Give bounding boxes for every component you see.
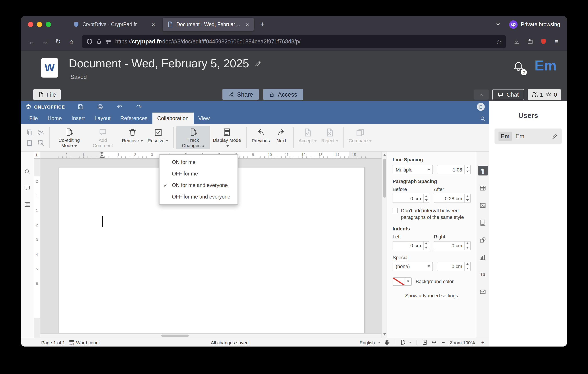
shape-settings-tab[interactable]	[478, 235, 488, 245]
notifications-button[interactable]: 2	[513, 61, 525, 74]
right-indent-spinner[interactable]: 0 cm	[434, 241, 471, 250]
spinner-up[interactable]	[424, 241, 429, 246]
chat-button[interactable]: Chat	[492, 89, 524, 100]
spinner-down[interactable]	[424, 198, 429, 203]
spinner-up[interactable]	[465, 194, 470, 198]
lock-icon[interactable]	[96, 39, 102, 44]
menu-item-on-for-me[interactable]: ON for me	[159, 156, 238, 168]
redo-button[interactable]: ↷	[135, 103, 143, 110]
previous-change-button[interactable]: Previous	[250, 126, 272, 149]
reject-button[interactable]: Reject	[319, 126, 341, 149]
menu-item-on-for-everyone[interactable]: ✓ ON for me and everyone	[159, 179, 238, 191]
left-indent-marker[interactable]	[100, 157, 104, 158]
search-icon[interactable]	[24, 168, 31, 175]
tab-stop-selector[interactable]: L	[34, 152, 40, 159]
tab-cryptdrive[interactable]: CryptDrive - CryptPad.fr ×	[69, 18, 160, 31]
close-tab-icon[interactable]: ×	[244, 21, 250, 28]
special-select[interactable]: (none)	[393, 262, 433, 271]
no-interval-option[interactable]: Don't add interval between paragraphs of…	[393, 207, 471, 220]
back-button[interactable]: ←	[25, 35, 38, 48]
spinner-up[interactable]	[465, 165, 470, 169]
mail-merge-tab[interactable]	[478, 287, 488, 296]
line-spacing-amount-spinner[interactable]: 1.08	[437, 165, 471, 174]
copy-button[interactable]	[25, 128, 33, 136]
hanging-indent-marker[interactable]	[100, 154, 104, 156]
horizontal-scroll-thumb[interactable]	[161, 334, 189, 337]
tracking-shield-icon[interactable]	[86, 38, 93, 44]
zoom-out-button[interactable]: −	[441, 339, 446, 345]
page-indicator[interactable]: Page 1 of 1	[41, 340, 65, 345]
home-button[interactable]: ⌂	[65, 35, 78, 48]
tab-references[interactable]: References	[116, 113, 152, 124]
spinner-down[interactable]	[465, 246, 470, 250]
spinner-up[interactable]	[465, 262, 470, 266]
access-button[interactable]: Access	[263, 89, 303, 100]
next-change-button[interactable]: Next	[272, 126, 291, 149]
add-comment-button[interactable]: Add Comment	[86, 126, 120, 149]
image-settings-tab[interactable]	[478, 200, 488, 210]
print-button[interactable]	[96, 103, 104, 110]
tab-home[interactable]: Home	[43, 113, 67, 124]
before-spinner[interactable]: 0 cm	[393, 194, 429, 203]
permissions-icon[interactable]	[105, 38, 112, 44]
tab-collaboration[interactable]: Collaboration	[152, 113, 193, 124]
paragraph-settings-tab[interactable]: ¶	[478, 166, 488, 176]
spinner-down[interactable]	[465, 169, 470, 174]
display-mode-button[interactable]: Display Mode	[210, 126, 244, 149]
navigation-icon[interactable]	[24, 201, 31, 208]
color-caret[interactable]	[405, 278, 411, 285]
user-counts-button[interactable]: 1 0	[527, 89, 561, 100]
no-color-swatch[interactable]	[393, 278, 405, 285]
collapse-toolbar-button[interactable]	[474, 89, 489, 100]
word-count-button[interactable]: 123 Word count	[68, 339, 100, 345]
tab-document[interactable]: Document - Wed, February 5, 2025 ×	[163, 18, 254, 31]
left-indent-spinner[interactable]: 0 cm	[393, 241, 429, 250]
search-button[interactable]	[476, 113, 489, 124]
close-window-button[interactable]	[28, 22, 33, 27]
track-changes-toggle[interactable]	[400, 339, 412, 345]
spinner-down[interactable]	[465, 198, 470, 203]
menu-item-off-for-me[interactable]: OFF for me	[159, 168, 238, 179]
document-title[interactable]: Document - Wed, February 5, 2025	[69, 57, 249, 71]
vertical-ruler[interactable]: 21123456	[34, 159, 40, 338]
track-changes-button[interactable]: Track Changes	[176, 126, 210, 149]
special-amount-spinner[interactable]: 0 cm	[437, 262, 471, 271]
accept-button[interactable]: Accept	[296, 126, 319, 149]
vertical-scrollbar[interactable]	[381, 152, 387, 338]
first-line-indent-marker[interactable]	[100, 152, 104, 154]
undo-button[interactable]: ↶	[116, 103, 123, 110]
app-menu-button[interactable]: ≡	[550, 35, 563, 48]
after-spinner[interactable]: 0.28 cm	[434, 194, 471, 203]
cut-button[interactable]	[37, 128, 45, 136]
table-settings-tab[interactable]	[478, 183, 488, 193]
reload-button[interactable]: ↻	[52, 35, 64, 48]
compare-button[interactable]: Compare	[346, 126, 374, 149]
menu-item-off-for-everyone[interactable]: OFF for me and everyone	[159, 191, 238, 203]
paste-button[interactable]	[25, 139, 33, 147]
horizontal-scrollbar[interactable]	[40, 333, 381, 338]
url-text[interactable]: https://cryptpad.fr/doc/#/3/doc/edit/ff0…	[115, 38, 493, 44]
ublock-button[interactable]	[537, 35, 549, 48]
remove-button[interactable]: Remove	[120, 126, 145, 149]
checkbox[interactable]	[393, 208, 398, 213]
vertical-scroll-thumb[interactable]	[383, 159, 386, 198]
resolve-button[interactable]: Resolve	[145, 126, 171, 149]
spinner-down[interactable]	[424, 246, 429, 250]
file-button[interactable]: File	[33, 89, 61, 100]
chart-settings-tab[interactable]	[478, 252, 488, 262]
onlyoffice-user-avatar[interactable]: E	[477, 103, 485, 111]
tab-insert[interactable]: Insert	[67, 113, 90, 124]
new-tab-button[interactable]: +	[257, 19, 268, 30]
edit-title-pencil-icon[interactable]	[254, 60, 262, 67]
spinner-down[interactable]	[465, 266, 470, 270]
spinner-up[interactable]	[465, 241, 470, 246]
text-art-settings-tab[interactable]: Ta	[478, 270, 488, 279]
fit-width-button[interactable]	[431, 339, 437, 345]
edit-name-pencil-icon[interactable]	[552, 133, 558, 139]
user-list-item[interactable]: Em Em	[494, 128, 562, 144]
minimize-window-button[interactable]	[37, 22, 42, 27]
background-color-picker[interactable]	[393, 277, 412, 286]
account-avatar[interactable]: Em	[534, 58, 556, 74]
forward-button[interactable]: →	[39, 35, 51, 48]
url-bar[interactable]: https://cryptpad.fr/doc/#/3/doc/edit/ff0…	[82, 35, 506, 48]
